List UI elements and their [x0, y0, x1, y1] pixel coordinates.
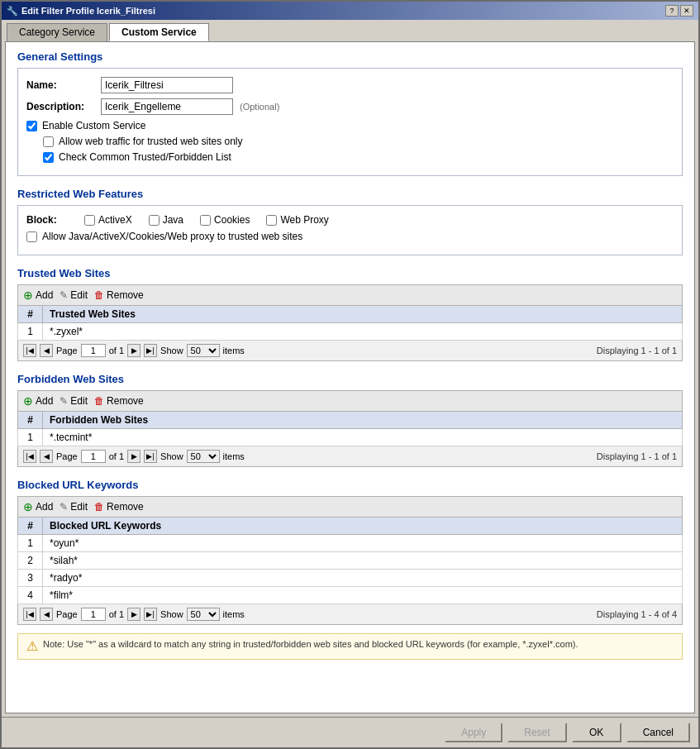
keywords-page-input[interactable]	[81, 608, 106, 621]
activex-label: ActiveX	[98, 214, 132, 226]
java-label: Java	[163, 214, 183, 226]
forbidden-pagination: |◀ ◀ Page of 1 ▶ ▶| Show 50 items Displa…	[17, 446, 683, 467]
trusted-edit-button[interactable]: ✎ Edit	[60, 289, 88, 301]
keywords-page-label: Page	[56, 609, 78, 619]
cookies-checkbox[interactable]	[200, 215, 211, 226]
trusted-col-name: Trusted Web Sites	[43, 306, 683, 323]
blocked-keywords-toolbar: ⊕ Add ✎ Edit 🗑 Remove	[17, 496, 683, 517]
cookies-option: Cookies	[200, 214, 250, 226]
forbidden-show-select[interactable]: 50	[187, 450, 220, 463]
keywords-last-page[interactable]: ▶|	[144, 608, 157, 621]
enable-custom-checkbox[interactable]	[26, 121, 37, 131]
edit-icon: ✎	[60, 501, 68, 513]
trusted-remove-label: Remove	[107, 289, 144, 301]
description-label: Description:	[26, 101, 101, 112]
cancel-button[interactable]: Cancel	[626, 723, 690, 742]
apply-button[interactable]: Apply	[445, 723, 502, 742]
trusted-items-label: items	[223, 346, 245, 355]
check-common-row: Check Common Trusted/Forbidden List	[43, 151, 674, 163]
webproxy-option: Web Proxy	[266, 214, 328, 226]
trusted-add-button[interactable]: ⊕ Add	[23, 289, 53, 302]
forbidden-remove-button[interactable]: 🗑 Remove	[94, 395, 144, 407]
activex-option: ActiveX	[84, 214, 132, 226]
webproxy-label: Web Proxy	[280, 214, 328, 226]
keywords-edit-button[interactable]: ✎ Edit	[60, 501, 88, 513]
forbidden-sites-table: # Forbidden Web Sites 1*.tecmint*	[17, 411, 683, 446]
help-button[interactable]: ?	[665, 5, 679, 17]
trusted-prev-page[interactable]: ◀	[40, 344, 53, 357]
keywords-add-button[interactable]: ⊕ Add	[23, 500, 53, 513]
forbidden-page-input[interactable]	[81, 450, 106, 463]
forbidden-edit-button[interactable]: ✎ Edit	[60, 395, 88, 407]
java-checkbox[interactable]	[149, 215, 160, 226]
table-row: 4*film*	[18, 587, 683, 604]
trusted-page-input[interactable]	[81, 344, 106, 357]
forbidden-displaying: Displaying 1 - 1 of 1	[597, 451, 677, 461]
forbidden-remove-label: Remove	[107, 395, 144, 407]
restricted-features-box: Block: ActiveX Java Cookies Web Proxy	[17, 205, 683, 255]
allow-traffic-label: Allow web traffic for trusted web sites …	[59, 136, 243, 147]
keywords-remove-button[interactable]: 🗑 Remove	[94, 501, 144, 513]
allow-java-checkbox[interactable]	[26, 231, 37, 242]
forbidden-last-page[interactable]: ▶|	[144, 450, 157, 463]
cookies-label: Cookies	[214, 214, 250, 226]
check-common-checkbox[interactable]	[43, 152, 54, 163]
name-row: Name:	[26, 77, 674, 93]
restricted-features-title: Restricted Web Features	[17, 188, 683, 200]
close-button[interactable]: ✕	[680, 5, 693, 17]
keywords-show-label: Show	[160, 609, 183, 619]
blocked-keywords-title: Blocked URL Keywords	[17, 479, 683, 491]
forbidden-next-page[interactable]: ▶	[127, 450, 140, 463]
forbidden-first-page[interactable]: |◀	[23, 450, 36, 463]
block-row: Block: ActiveX Java Cookies Web Proxy	[26, 214, 674, 226]
add-icon: ⊕	[23, 500, 33, 513]
row-value: *.zyxel*	[43, 323, 683, 341]
allow-traffic-checkbox[interactable]	[43, 136, 54, 147]
trusted-col-num: #	[18, 306, 43, 323]
forbidden-add-button[interactable]: ⊕ Add	[23, 394, 53, 408]
table-row: 2*silah*	[18, 552, 683, 570]
keywords-prev-page[interactable]: ◀	[40, 608, 53, 621]
table-row: 1*oyun*	[18, 535, 683, 552]
trusted-next-page[interactable]: ▶	[127, 344, 140, 357]
note-bar: ⚠ Note: Use "*" as a wildcard to match a…	[17, 633, 683, 660]
name-label: Name:	[26, 79, 101, 91]
edit-icon: ✎	[60, 289, 68, 301]
forbidden-col-name: Forbidden Web Sites	[43, 412, 683, 429]
table-row: 1*.tecmint*	[18, 429, 683, 446]
trusted-last-page[interactable]: ▶|	[144, 344, 157, 357]
add-icon: ⊕	[23, 289, 33, 302]
reset-button[interactable]: Reset	[507, 723, 566, 742]
webproxy-checkbox[interactable]	[266, 215, 277, 226]
bottom-bar: Apply Reset OK Cancel	[2, 717, 698, 747]
keywords-first-page[interactable]: |◀	[23, 608, 36, 621]
remove-icon: 🗑	[94, 395, 104, 407]
activex-checkbox[interactable]	[84, 215, 95, 226]
name-input[interactable]	[101, 77, 233, 93]
trusted-remove-button[interactable]: 🗑 Remove	[94, 289, 144, 301]
add-icon: ⊕	[23, 394, 33, 408]
keywords-next-page[interactable]: ▶	[127, 608, 140, 621]
row-num: 1	[18, 535, 43, 552]
forbidden-items-label: items	[223, 451, 245, 461]
window-icon: 🔧	[7, 6, 18, 17]
trusted-show-select[interactable]: 50	[187, 344, 220, 357]
enable-custom-label: Enable Custom Service	[42, 120, 145, 131]
keywords-show-select[interactable]: 50	[187, 608, 220, 621]
row-num: 1	[18, 323, 43, 341]
tab-custom-service[interactable]: Custom Service	[109, 23, 209, 41]
window-title: Edit Filter Profile Icerik_Filtresi	[21, 6, 155, 16]
java-option: Java	[149, 214, 183, 226]
forbidden-col-num: #	[18, 412, 43, 429]
description-input[interactable]	[101, 98, 233, 115]
keywords-edit-label: Edit	[70, 501, 88, 513]
note-text: Note: Use "*" as a wildcard to match any…	[43, 639, 579, 649]
enable-custom-row: Enable Custom Service	[26, 120, 674, 131]
row-num: 2	[18, 552, 43, 570]
ok-button[interactable]: OK	[572, 723, 621, 742]
forbidden-prev-page[interactable]: ◀	[40, 450, 53, 463]
allow-traffic-row: Allow web traffic for trusted web sites …	[43, 136, 674, 147]
trusted-first-page[interactable]: |◀	[23, 344, 36, 357]
tab-category-service[interactable]: Category Service	[7, 23, 107, 41]
forbidden-page-of: of 1	[109, 451, 124, 461]
